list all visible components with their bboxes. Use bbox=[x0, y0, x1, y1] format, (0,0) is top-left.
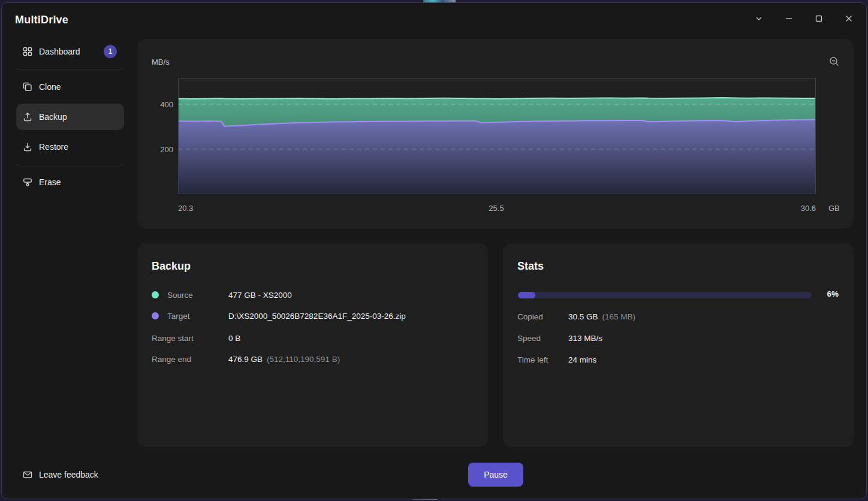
zoom-out-button[interactable] bbox=[825, 54, 843, 72]
row-label: Copied bbox=[517, 312, 568, 321]
minimize-button[interactable] bbox=[777, 8, 801, 32]
target-color-dot bbox=[152, 312, 159, 319]
range-end-value: 476.9 GB bbox=[228, 355, 263, 364]
sidebar-item-label: Clone bbox=[39, 82, 61, 92]
range-start-value: 0 B bbox=[228, 334, 240, 343]
time-left-row: Time left 24 mins bbox=[517, 354, 839, 365]
sidebar-divider bbox=[16, 165, 124, 165]
sidebar-divider bbox=[16, 69, 124, 70]
clone-icon bbox=[22, 82, 33, 92]
row-label: Target bbox=[167, 312, 228, 321]
envelope-icon bbox=[22, 469, 33, 480]
pause-button[interactable]: Pause bbox=[468, 463, 523, 487]
sidebar-item-label: Dashboard bbox=[39, 47, 80, 56]
source-value: 477 GB - XS2000 bbox=[228, 291, 292, 300]
y-tick-400: 400 bbox=[149, 100, 173, 109]
backup-details-card: Backup Source 477 GB - XS2000 Target D:\… bbox=[137, 243, 488, 447]
close-icon bbox=[845, 14, 853, 25]
leave-feedback-label: Leave feedback bbox=[39, 470, 98, 479]
leave-feedback-button[interactable]: Leave feedback bbox=[16, 461, 130, 488]
maximize-icon bbox=[815, 14, 823, 25]
backup-target-row: Target D:\XS2000_50026B7282E36A1F_2025-0… bbox=[152, 310, 474, 321]
sidebar-item-erase[interactable]: Erase bbox=[16, 169, 124, 195]
chevron-down-icon bbox=[755, 14, 763, 25]
titlebar-menu-button[interactable] bbox=[747, 8, 771, 32]
x-tick-mid: 25.5 bbox=[478, 204, 514, 213]
x-tick-end: 30.6 bbox=[780, 204, 816, 213]
maximize-button[interactable] bbox=[807, 8, 831, 32]
range-end-row: Range end 476.9 GB (512,110,190,591 B) bbox=[152, 354, 474, 364]
speed-chart-plot bbox=[178, 78, 816, 194]
y-tick-200: 200 bbox=[149, 145, 173, 154]
sidebar-item-dashboard[interactable]: Dashboard 1 bbox=[16, 38, 124, 65]
eraser-icon bbox=[22, 177, 33, 188]
x-axis-unit-label: GB bbox=[828, 204, 840, 213]
sidebar-item-label: Backup bbox=[39, 112, 67, 122]
upload-icon bbox=[22, 111, 33, 122]
magnifier-minus-icon bbox=[828, 56, 840, 70]
backup-card-title: Backup bbox=[152, 260, 191, 273]
stats-card-title: Stats bbox=[517, 260, 544, 273]
range-start-row: Range start 0 B bbox=[152, 333, 474, 343]
speed-chart-card: MB/s 400 200 20.3 25.5 30.6 GB bbox=[137, 39, 854, 228]
progress-percent-label: 6% bbox=[827, 289, 839, 298]
dashboard-notification-badge: 1 bbox=[104, 45, 117, 58]
dashboard-grid-icon bbox=[22, 46, 33, 57]
row-label: Range start bbox=[152, 334, 228, 343]
download-icon bbox=[22, 141, 33, 152]
row-label: Speed bbox=[517, 334, 568, 343]
row-label: Source bbox=[167, 291, 228, 300]
backup-progress-bar bbox=[518, 292, 812, 298]
speed-chart-svg bbox=[178, 78, 816, 194]
close-button[interactable] bbox=[837, 8, 861, 32]
stats-card: Stats 6% Copied 30.5 GB (165 MB) Speed 3… bbox=[503, 243, 854, 447]
progress-fill bbox=[518, 292, 535, 298]
sidebar-item-backup[interactable]: Backup bbox=[16, 104, 124, 130]
row-label: Time left bbox=[517, 355, 568, 364]
row-label: Range end bbox=[152, 355, 228, 364]
speed-row: Speed 313 MB/s bbox=[517, 333, 839, 343]
sidebar-item-restore[interactable]: Restore bbox=[16, 134, 124, 160]
x-tick-start: 20.3 bbox=[178, 204, 193, 213]
range-end-bytes: (512,110,190,591 B) bbox=[267, 355, 340, 364]
copied-value: 30.5 GB bbox=[568, 312, 598, 321]
minimize-icon bbox=[785, 14, 793, 25]
speed-value: 313 MB/s bbox=[568, 334, 602, 343]
multidrive-window: MultiDrive Dashboard 1 bbox=[1, 2, 867, 499]
y-axis-unit-label: MB/s bbox=[152, 58, 170, 67]
target-value: D:\XS2000_50026B7282E36A1F_2025-03-26.zi… bbox=[228, 312, 406, 321]
copied-chunk-value: (165 MB) bbox=[602, 312, 636, 321]
sidebar-item-clone[interactable]: Clone bbox=[16, 74, 124, 100]
time-left-value: 24 mins bbox=[568, 355, 596, 364]
backup-source-row: Source 477 GB - XS2000 bbox=[152, 289, 474, 300]
source-color-dot bbox=[152, 291, 159, 298]
sidebar-item-label: Erase bbox=[39, 177, 61, 187]
sidebar-item-label: Restore bbox=[39, 142, 68, 152]
copied-row: Copied 30.5 GB (165 MB) bbox=[517, 311, 839, 322]
app-title: MultiDrive bbox=[15, 14, 68, 26]
